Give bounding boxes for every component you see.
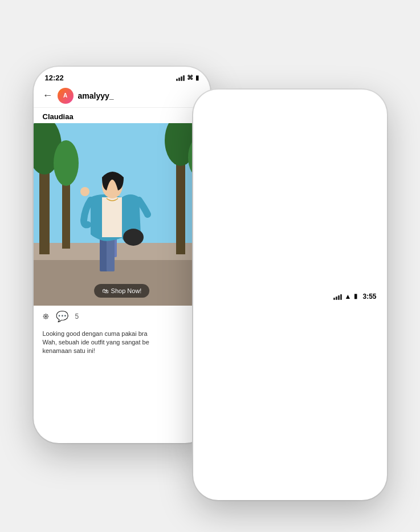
time-back: 12:22 [45, 74, 64, 82]
phones-container: 12:22 ⌘ ▮ ← A amalyyy_ Claudiaa [34, 33, 387, 500]
back-arrow-icon[interactable]: ← [43, 90, 53, 101]
svg-rect-1 [34, 254, 210, 306]
username-label: amalyyy_ [78, 91, 114, 100]
signal-icon [176, 74, 185, 81]
status-icons-back: ⌘ ▮ [176, 74, 199, 82]
status-bar-front: ▲ ▮ 3:55 [193, 90, 387, 500]
svg-point-6 [54, 140, 79, 186]
wifi-icon: ⌘ [187, 74, 193, 82]
time-front: 3:55 [362, 293, 376, 300]
svg-rect-13 [107, 237, 115, 271]
shop-icon: 🛍 [102, 287, 108, 294]
caption-line1: Looking good dengan cuma pakai bra [43, 330, 201, 338]
post-actions: ⎈ 💬 5 [34, 306, 210, 327]
status-bar-back: 12:22 ⌘ ▮ [34, 67, 210, 84]
svg-rect-12 [100, 237, 108, 271]
user-avatar: A [58, 88, 74, 104]
comment-count: 5 [75, 312, 79, 320]
wifi-signal-icon [333, 293, 342, 300]
shop-now-label: Shop Now! [111, 287, 142, 294]
poster-name: Claudiaa [34, 108, 210, 123]
svg-point-16 [80, 187, 89, 196]
share-icon[interactable]: ⎈ [43, 310, 49, 322]
post-caption: Looking good dengan cuma pakai bra Wah, … [34, 327, 210, 358]
phone-front: ▲ ▮ 3:55 ✕ Shopping Bag ✓ B Berrybenka C… [193, 90, 387, 500]
phone-back: 12:22 ⌘ ▮ ← A amalyyy_ Claudiaa [34, 67, 210, 443]
caption-line2: Wah, sebuah ide outfit yang sangat be [43, 338, 201, 347]
battery-icon: ▮ [195, 74, 199, 82]
svg-point-14 [123, 229, 144, 246]
comment-icon[interactable]: 💬 [56, 310, 68, 323]
caption-line3: kenamaan satu ini! [43, 347, 201, 355]
post-image: 🛍 Shop Now! [34, 123, 210, 306]
wifi-icon-front: ▲ [345, 293, 352, 300]
shop-now-button[interactable]: 🛍 Shop Now! [94, 284, 150, 298]
back-header: ← A amalyyy_ [34, 84, 210, 108]
battery-icon-front: ▮ [354, 293, 357, 300]
